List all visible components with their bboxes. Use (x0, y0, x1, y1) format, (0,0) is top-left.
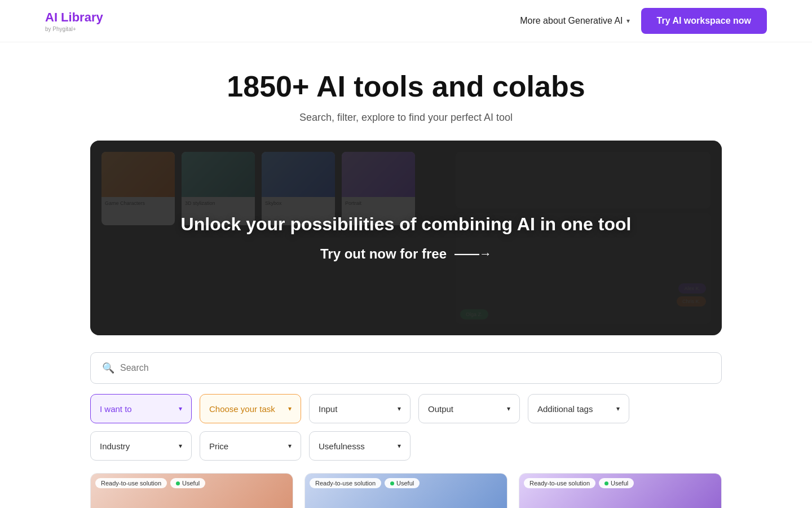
chevron-down-icon: ▾ (626, 17, 630, 25)
filter-output[interactable]: Output ▾ (418, 394, 520, 423)
card-badges-1: Ready-to-use solution Useful (310, 478, 420, 488)
banner-arrow-icon: ——→ (454, 247, 492, 261)
useful-dot-icon (176, 481, 180, 485)
filter-input[interactable]: Input ▾ (309, 394, 411, 423)
filter-industry[interactable]: Industry ▾ (90, 431, 192, 461)
banner-subtitle: Try out now for free ——→ (320, 246, 492, 262)
useful-dot-icon (390, 481, 394, 485)
search-section: 🔍 (0, 335, 812, 384)
chevron-down-icon: ▾ (288, 442, 292, 450)
filter-additional-tags[interactable]: Additional tags ▾ (528, 394, 629, 423)
tool-card-0[interactable]: Ready-to-use solution Useful (90, 473, 293, 508)
tool-card-2[interactable]: Ready-to-use solution Useful (519, 473, 722, 508)
search-box: 🔍 (90, 352, 722, 384)
chevron-down-icon: ▾ (179, 405, 182, 413)
hero-section: 1850+ AI tools and colabs Search, filter… (0, 42, 812, 141)
navbar: AI Library by Phygital+ More about Gener… (0, 0, 812, 42)
generative-ai-link[interactable]: More about Generative AI ▾ (520, 16, 629, 26)
filter-usefulness[interactable]: Usefulnesss ▾ (309, 431, 411, 461)
promo-banner[interactable]: Game Characters 3D stylization Skybox Po… (90, 141, 722, 335)
useful-badge: Useful (599, 478, 634, 488)
chevron-down-icon: ▾ (616, 405, 620, 413)
search-input[interactable] (120, 363, 710, 373)
logo[interactable]: AI Library by Phygital+ (45, 10, 103, 32)
try-workspace-button[interactable]: Try AI workspace now (641, 8, 767, 34)
tool-card-1[interactable]: Ready-to-use solution Useful (304, 473, 508, 508)
logo-sub: by Phygital+ (45, 26, 103, 32)
filters-section: I want to ▾ Choose your task ▾ Input ▾ O… (0, 384, 812, 461)
filter-i-want-to[interactable]: I want to ▾ (90, 394, 192, 423)
chevron-down-icon: ▾ (398, 405, 401, 413)
tool-cards-section: Ready-to-use solution Useful Ready-to-us… (0, 461, 812, 508)
nav-right: More about Generative AI ▾ Try AI worksp… (520, 8, 767, 34)
hero-heading: 1850+ AI tools and colabs (0, 71, 812, 103)
hero-subtext: Search, filter, explore to find your per… (0, 112, 812, 124)
filter-price[interactable]: Price ▾ (200, 431, 301, 461)
chevron-down-icon: ▾ (179, 442, 182, 450)
useful-badge: Useful (170, 478, 205, 488)
useful-dot-icon (604, 481, 608, 485)
chevron-down-icon: ▾ (398, 442, 401, 450)
card-badges-0: Ready-to-use solution Useful (95, 478, 205, 488)
ready-to-use-badge: Ready-to-use solution (524, 478, 595, 488)
chevron-down-icon: ▾ (507, 405, 510, 413)
ready-to-use-badge: Ready-to-use solution (310, 478, 381, 488)
banner-overlay: Unlock your possibilities of combining A… (90, 141, 722, 335)
chevron-down-icon: ▾ (288, 405, 292, 413)
useful-badge: Useful (385, 478, 420, 488)
card-badges-2: Ready-to-use solution Useful (524, 478, 634, 488)
logo-text: AI Library (45, 10, 103, 25)
search-icon: 🔍 (102, 362, 114, 374)
banner-title: Unlock your possibilities of combining A… (181, 214, 632, 235)
filter-row-1: I want to ▾ Choose your task ▾ Input ▾ O… (90, 394, 722, 423)
filter-row-2: Industry ▾ Price ▾ Usefulnesss ▾ (90, 431, 722, 461)
ready-to-use-badge: Ready-to-use solution (95, 478, 167, 488)
filter-choose-task[interactable]: Choose your task ▾ (200, 394, 301, 423)
